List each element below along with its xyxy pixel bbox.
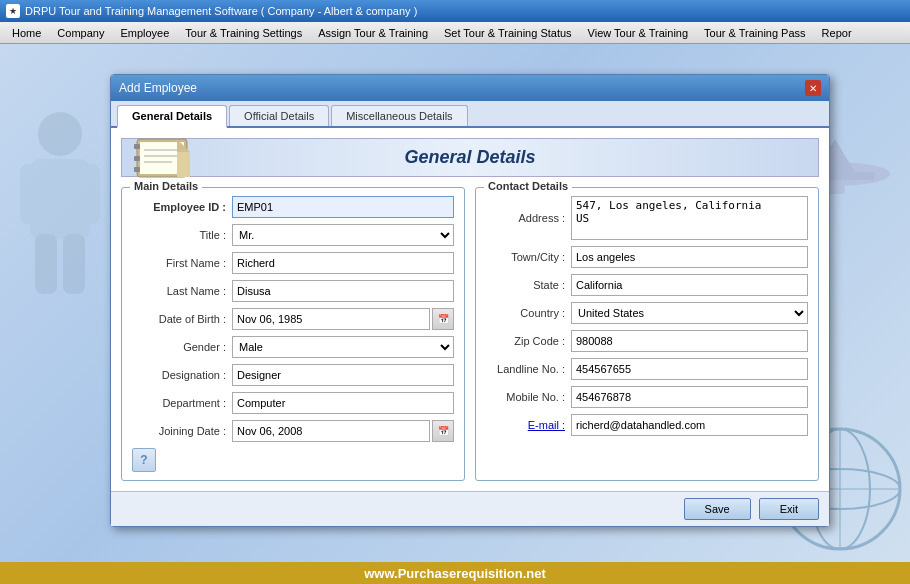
- country-label: Country :: [486, 307, 571, 319]
- svg-point-0: [38, 112, 82, 156]
- svg-rect-4: [35, 234, 57, 294]
- state-input[interactable]: [571, 274, 808, 296]
- app-icon: ★: [6, 4, 20, 18]
- dialog-footer: Save Exit: [111, 491, 829, 526]
- tab-general-details[interactable]: General Details: [117, 105, 227, 128]
- main-details-section: Main Details Employee ID : Title : Mr. M…: [121, 187, 465, 481]
- email-input[interactable]: [571, 414, 808, 436]
- landline-input[interactable]: [571, 358, 808, 380]
- svg-rect-2: [20, 164, 38, 224]
- titlebar: ★ DRPU Tour and Training Management Soft…: [0, 0, 910, 22]
- tab-bar: General Details Official Details Miscell…: [111, 101, 829, 128]
- notebook-icon: [132, 134, 202, 182]
- address-input[interactable]: 547, Los angeles, California US: [571, 196, 808, 240]
- designation-label: Designation :: [132, 369, 232, 381]
- zip-row: Zip Code :: [486, 330, 808, 352]
- country-select[interactable]: United States Canada UK Australia: [571, 302, 808, 324]
- joining-date-row: Joining Date : 📅: [132, 420, 454, 442]
- town-input[interactable]: [571, 246, 808, 268]
- title-select[interactable]: Mr. Mrs. Ms. Dr.: [232, 224, 454, 246]
- form-title: General Details: [404, 147, 535, 168]
- department-row: Department :: [132, 392, 454, 414]
- svg-rect-24: [177, 152, 190, 177]
- gender-label: Gender :: [132, 341, 232, 353]
- menu-company[interactable]: Company: [49, 25, 112, 41]
- statusbar-text: www.Purchaserequisition.net: [364, 566, 546, 581]
- employee-id-input[interactable]: [232, 196, 454, 218]
- svg-rect-1: [30, 159, 90, 239]
- title-row: Title : Mr. Mrs. Ms. Dr.: [132, 224, 454, 246]
- desktop: Add Employee ✕ General Details Official …: [0, 44, 910, 584]
- svg-rect-20: [134, 144, 140, 149]
- last-name-input[interactable]: [232, 280, 454, 302]
- joining-date-input[interactable]: [232, 420, 430, 442]
- dob-calendar-button[interactable]: 📅: [432, 308, 454, 330]
- last-name-label: Last Name :: [132, 285, 232, 297]
- landline-row: Landline No. :: [486, 358, 808, 380]
- zip-input[interactable]: [571, 330, 808, 352]
- joining-date-input-group: 📅: [232, 420, 454, 442]
- joining-date-calendar-button[interactable]: 📅: [432, 420, 454, 442]
- country-row: Country : United States Canada UK Austra…: [486, 302, 808, 324]
- menu-pass[interactable]: Tour & Training Pass: [696, 25, 814, 41]
- save-button[interactable]: Save: [684, 498, 751, 520]
- contact-details-section: Contact Details Address : 547, Los angel…: [475, 187, 819, 481]
- svg-rect-22: [134, 167, 140, 172]
- svg-rect-3: [82, 164, 100, 224]
- statusbar: www.Purchaserequisition.net: [0, 562, 910, 584]
- zip-label: Zip Code :: [486, 335, 571, 347]
- gender-row: Gender : Male Female: [132, 336, 454, 358]
- employee-id-label: Employee ID :: [132, 201, 232, 213]
- dialog-close-button[interactable]: ✕: [805, 80, 821, 96]
- menu-view-tour[interactable]: View Tour & Training: [580, 25, 696, 41]
- department-input[interactable]: [232, 392, 454, 414]
- first-name-row: First Name :: [132, 252, 454, 274]
- tab-official-details[interactable]: Official Details: [229, 105, 329, 126]
- employee-id-row: Employee ID :: [132, 196, 454, 218]
- decorative-person: [10, 104, 110, 304]
- department-label: Department :: [132, 397, 232, 409]
- dialog-body: General Details Main Details Employee ID…: [111, 128, 829, 491]
- exit-button[interactable]: Exit: [759, 498, 819, 520]
- address-label: Address :: [486, 212, 571, 224]
- joining-date-label: Joining Date :: [132, 425, 232, 437]
- app-title: DRPU Tour and Training Management Softwa…: [25, 5, 417, 17]
- dialog-title: Add Employee: [119, 81, 197, 95]
- designation-row: Designation :: [132, 364, 454, 386]
- title-label: Title :: [132, 229, 232, 241]
- last-name-row: Last Name :: [132, 280, 454, 302]
- landline-label: Landline No. :: [486, 363, 571, 375]
- town-row: Town/City :: [486, 246, 808, 268]
- dob-input[interactable]: [232, 308, 430, 330]
- help-button[interactable]: ?: [132, 448, 156, 472]
- menu-home[interactable]: Home: [4, 25, 49, 41]
- menu-report[interactable]: Repor: [814, 25, 860, 41]
- menu-employee[interactable]: Employee: [112, 25, 177, 41]
- menu-tour-settings[interactable]: Tour & Training Settings: [177, 25, 310, 41]
- menubar: Home Company Employee Tour & Training Se…: [0, 22, 910, 44]
- svg-rect-21: [134, 156, 140, 161]
- mobile-label: Mobile No. :: [486, 391, 571, 403]
- email-label[interactable]: E-mail :: [486, 419, 571, 431]
- state-row: State :: [486, 274, 808, 296]
- email-row: E-mail :: [486, 414, 808, 436]
- main-details-title: Main Details: [130, 180, 202, 192]
- form-columns: Main Details Employee ID : Title : Mr. M…: [121, 187, 819, 481]
- tab-miscellaneous-details[interactable]: Miscellaneous Details: [331, 105, 467, 126]
- designation-input[interactable]: [232, 364, 454, 386]
- menu-assign-tour[interactable]: Assign Tour & Training: [310, 25, 436, 41]
- gender-select[interactable]: Male Female: [232, 336, 454, 358]
- dob-label: Date of Birth :: [132, 313, 232, 325]
- mobile-input[interactable]: [571, 386, 808, 408]
- address-row: Address : 547, Los angeles, California U…: [486, 196, 808, 240]
- first-name-input[interactable]: [232, 252, 454, 274]
- menu-set-status[interactable]: Set Tour & Training Status: [436, 25, 580, 41]
- add-employee-dialog: Add Employee ✕ General Details Official …: [110, 74, 830, 527]
- first-name-label: First Name :: [132, 257, 232, 269]
- form-header: General Details: [121, 138, 819, 177]
- contact-details-title: Contact Details: [484, 180, 572, 192]
- dob-row: Date of Birth : 📅: [132, 308, 454, 330]
- dob-input-group: 📅: [232, 308, 454, 330]
- town-label: Town/City :: [486, 251, 571, 263]
- mobile-row: Mobile No. :: [486, 386, 808, 408]
